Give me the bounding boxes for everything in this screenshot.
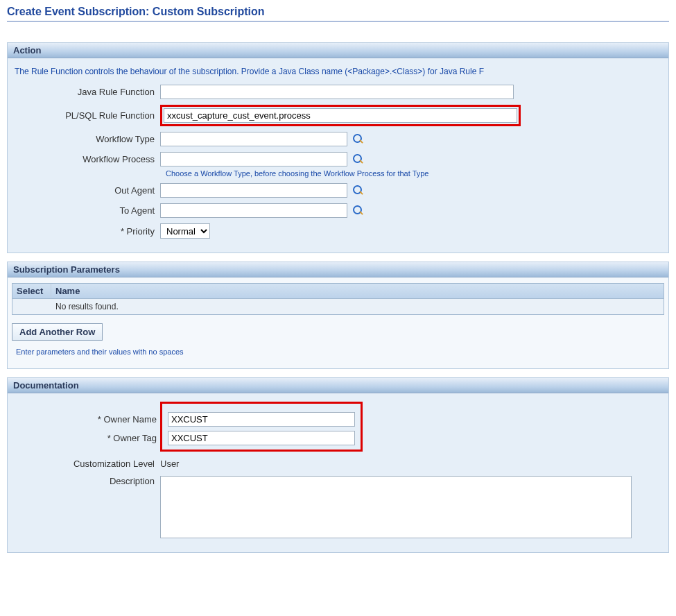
section-documentation: Documentation * Owner Name * Owner Tag: [7, 377, 669, 553]
label-workflow-type: Workflow Type: [15, 134, 160, 144]
search-icon[interactable]: [352, 133, 364, 146]
label-owner-name: * Owner Name: [17, 414, 162, 425]
plsql-rule-function-input[interactable]: [164, 108, 517, 123]
owner-name-input[interactable]: [168, 412, 355, 427]
label-workflow-process: Workflow Process: [15, 154, 160, 164]
highlight-plsql: [160, 105, 521, 126]
table-header-row: Select Name: [12, 284, 664, 299]
java-rule-function-input[interactable]: [160, 85, 514, 99]
table-row: No results found.: [17, 302, 659, 311]
no-results-message: No results found.: [55, 302, 659, 311]
column-header-select: Select: [12, 284, 51, 298]
label-to-agent: To Agent: [15, 205, 160, 216]
priority-select[interactable]: Normal: [160, 223, 210, 239]
label-customization-level: Customization Level: [15, 459, 160, 469]
parameters-table: Select Name No results found.: [12, 283, 664, 315]
label-description: Description: [15, 476, 160, 486]
action-helper-text: The Rule Function controls the behaviour…: [15, 67, 661, 76]
label-plsql-rule-function: PL/SQL Rule Function: [15, 110, 160, 121]
customization-level-value: User: [160, 457, 179, 470]
section-header-action: Action: [8, 43, 668, 58]
description-textarea[interactable]: [160, 476, 632, 538]
search-icon[interactable]: [352, 205, 364, 217]
title-rule: [7, 21, 669, 22]
add-another-row-button[interactable]: Add Another Row: [12, 323, 103, 341]
section-header-subscription-parameters: Subscription Parameters: [8, 262, 668, 277]
workflow-process-hint: Choose a Workflow Type, before choosing …: [166, 169, 661, 178]
search-icon[interactable]: [352, 153, 364, 166]
column-header-name: Name: [51, 284, 664, 298]
workflow-type-input[interactable]: [160, 132, 347, 146]
page-title: Create Event Subscription: Custom Subscr…: [0, 0, 676, 21]
label-owner-tag: * Owner Tag: [17, 433, 162, 443]
parameters-hint: Enter parameters and their values with n…: [16, 348, 664, 356]
label-java-rule-function: Java Rule Function: [15, 87, 160, 97]
highlight-owner: * Owner Name * Owner Tag: [160, 402, 363, 452]
label-out-agent: Out Agent: [15, 185, 160, 196]
search-icon[interactable]: [352, 185, 364, 197]
section-action: Action The Rule Function controls the be…: [7, 42, 669, 253]
owner-tag-input[interactable]: [168, 431, 355, 445]
workflow-process-input[interactable]: [160, 152, 347, 166]
out-agent-input[interactable]: [160, 183, 347, 198]
to-agent-input[interactable]: [160, 203, 347, 218]
section-header-documentation: Documentation: [8, 378, 668, 393]
label-priority: * Priority: [15, 226, 160, 237]
section-subscription-parameters: Subscription Parameters Select Name No r…: [7, 262, 669, 369]
